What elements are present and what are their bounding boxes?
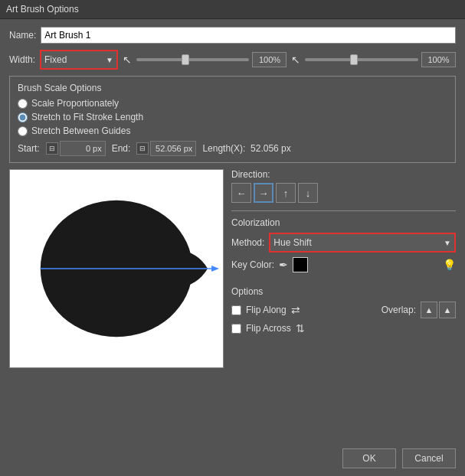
method-select[interactable]: None Tints Tints and Shades Hue Shift — [270, 234, 440, 251]
svg-marker-2 — [211, 266, 219, 272]
cursor-icon-2: ↖ — [291, 54, 300, 66]
end-spinbox: ⊟ — [136, 141, 196, 156]
direction-section: Direction: ← → ↑ ↓ — [231, 169, 456, 203]
width-select[interactable]: Fixed Pressure Stylus Wheel Rotation Ran… — [41, 51, 103, 68]
name-input[interactable] — [41, 27, 456, 44]
width-select-wrapper: Fixed Pressure Stylus Wheel Rotation Ran… — [40, 50, 118, 70]
key-color-row: Key Color: ✒ 💡 — [231, 257, 456, 272]
flip-across-row: Flip Across ⇅ — [231, 322, 456, 334]
colorization-title: Colorization — [231, 217, 456, 228]
slider-thumb-2[interactable] — [350, 54, 358, 65]
method-row: Method: None Tints Tints and Shades Hue … — [231, 233, 456, 253]
radio-stretch-guides-label: Stretch Between Guides — [31, 126, 130, 136]
start-label: Start: — [18, 143, 40, 154]
cursor-icon-1: ↖ — [123, 54, 132, 66]
radio-proportionately[interactable] — [18, 99, 28, 109]
bottom-buttons: OK Cancel — [9, 444, 456, 468]
title-text: Art Brush Options — [6, 4, 79, 15]
end-spinbox-icon[interactable]: ⊟ — [136, 142, 149, 155]
start-end-row: Start: ⊟ End: ⊟ Length(X): 52.056 px — [18, 141, 447, 156]
lightbulb-icon[interactable]: 💡 — [443, 259, 456, 271]
direction-label: Direction: — [231, 169, 270, 180]
colorization-section: Colorization Method: None Tints Tints an… — [231, 210, 456, 275]
percent-input-1[interactable] — [252, 52, 287, 67]
radio-stretch-stroke-label: Stretch to Fit Stroke Length — [31, 112, 143, 122]
radio-stretch-stroke: Stretch to Fit Stroke Length — [18, 112, 447, 122]
end-input[interactable] — [150, 141, 196, 156]
slider-thumb-1[interactable] — [182, 54, 189, 65]
overlap-buttons: ▲ ▲ — [421, 302, 456, 318]
preview-area — [9, 169, 224, 368]
width-row: Width: Fixed Pressure Stylus Wheel Rotat… — [9, 50, 456, 70]
dialog: Name: Width: Fixed Pressure Stylus Wheel… — [0, 19, 465, 476]
end-label: End: — [112, 143, 131, 154]
radio-scale-proportionately: Scale Proportionately — [18, 98, 447, 109]
ok-button[interactable]: OK — [342, 448, 396, 468]
direction-left-btn[interactable]: ← — [231, 183, 251, 203]
flip-along-checkbox[interactable] — [231, 305, 241, 315]
start-spinbox: ⊟ — [46, 141, 106, 156]
options-section: Options Flip Along ⇄ Overlap: ▲ ▲ Flip A… — [231, 286, 456, 338]
eyedropper-icon[interactable]: ✒ — [279, 259, 288, 271]
direction-buttons: ← → ↑ ↓ — [231, 183, 456, 203]
radio-stretch-stroke-input[interactable] — [18, 112, 28, 122]
flip-along-row: Flip Along ⇄ Overlap: ▲ ▲ — [231, 302, 456, 318]
name-row: Name: — [9, 27, 456, 44]
method-label: Method: — [231, 237, 264, 248]
title-bar: Art Brush Options — [0, 0, 465, 19]
flip-across-checkbox[interactable] — [231, 324, 241, 334]
start-input[interactable] — [60, 141, 106, 156]
flip-along-icon: ⇄ — [291, 304, 300, 316]
width-select-arrow: ▼ — [103, 51, 116, 68]
width-label: Width: — [9, 54, 35, 65]
main-content: Direction: ← → ↑ ↓ Colorization Method: … — [9, 169, 456, 438]
brush-scale-section: Brush Scale Options Scale Proportionatel… — [9, 76, 456, 163]
slider-area-2 — [305, 52, 456, 67]
radio-stretch-guides: Stretch Between Guides — [18, 126, 447, 136]
cancel-button[interactable]: Cancel — [402, 448, 456, 468]
direction-up-btn[interactable]: ↑ — [276, 183, 296, 203]
method-select-wrapper: None Tints Tints and Shades Hue Shift ▼ — [269, 233, 456, 253]
brush-scale-title: Brush Scale Options — [18, 83, 447, 93]
radio-stretch-guides-input[interactable] — [18, 126, 28, 136]
percent-input-2[interactable] — [421, 52, 456, 67]
slider-area-1 — [136, 52, 287, 67]
flip-across-label: Flip Across — [246, 323, 291, 334]
direction-down-btn[interactable]: ↓ — [298, 183, 318, 203]
overlap-btn-1[interactable]: ▲ — [421, 302, 437, 318]
name-label: Name: — [9, 30, 36, 41]
preview-svg — [10, 170, 223, 367]
start-spinbox-icon[interactable]: ⊟ — [46, 142, 58, 155]
width-slider-1[interactable] — [136, 58, 250, 61]
width-slider-2[interactable] — [305, 58, 418, 61]
length-text: Length(X): 52.056 px — [202, 143, 290, 154]
direction-right-btn[interactable]: → — [254, 183, 273, 203]
key-color-label: Key Color: — [231, 259, 274, 270]
radio-proportionately-label: Scale Proportionately — [31, 98, 119, 109]
overlap-btn-2[interactable]: ▲ — [439, 302, 456, 318]
flip-along-label: Flip Along — [246, 305, 287, 315]
right-panel: Direction: ← → ↑ ↓ Colorization Method: … — [231, 169, 456, 438]
overlap-label: Overlap: — [381, 305, 416, 315]
options-title: Options — [231, 286, 456, 297]
color-swatch[interactable] — [293, 257, 308, 272]
method-arrow-icon: ▼ — [440, 234, 454, 251]
flip-across-icon: ⇅ — [296, 322, 305, 334]
